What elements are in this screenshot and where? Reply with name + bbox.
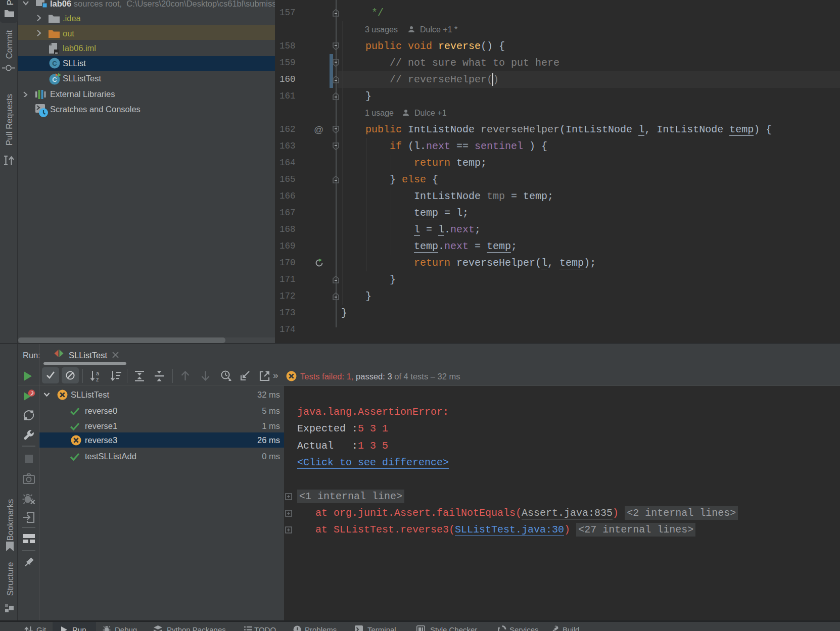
- svg-text:a: a: [96, 370, 100, 376]
- svg-text:C: C: [52, 60, 57, 67]
- svg-text:z: z: [96, 376, 99, 382]
- svg-text:C: C: [52, 76, 57, 83]
